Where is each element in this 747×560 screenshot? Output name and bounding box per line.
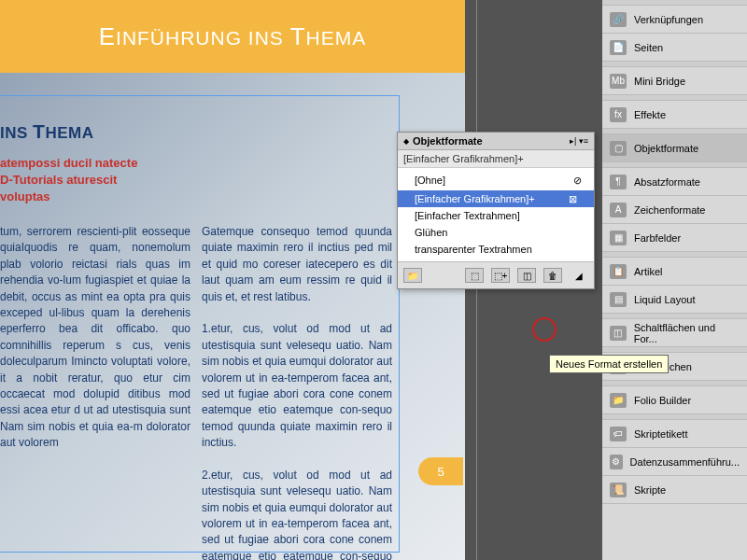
panel-label: Zeichenformate	[634, 204, 705, 216]
folder-icon[interactable]: 📁	[403, 268, 422, 283]
none-icon: ⊘	[573, 175, 586, 188]
intro-red-text: atempossi ducil natecteD-Tutorials ature…	[0, 155, 137, 206]
sidebar-item-farbfelder[interactable]: ▦Farbfelder	[602, 224, 747, 252]
sidebar-item-verknpfungen[interactable]: 🔗Verknüpfungen	[602, 6, 747, 34]
sidebar-item-zeichenformate[interactable]: AZeichenformate	[602, 196, 747, 224]
sidebar-item-skripte[interactable]: 📜Skripte	[602, 476, 747, 504]
page-header: EINFÜHRUNG INS THEMA	[0, 0, 465, 73]
panel-icon: 🔗	[610, 12, 627, 27]
style-item[interactable]: [Ohne]⊘	[398, 172, 594, 190]
sidebar-item-effekte[interactable]: fxEffekte	[602, 101, 747, 129]
style-item[interactable]: [Einfacher Textrahmen]	[398, 207, 594, 224]
sidebar-item-schaltflchenundfor[interactable]: ◫Schaltflächen und For...	[602, 319, 747, 347]
panel-icon: A	[610, 203, 627, 217]
sidebar-item-datenzusammenfhru[interactable]: ⚙Datenzusammenführu...	[602, 448, 747, 476]
panel-label: Artikel	[634, 266, 663, 277]
panel-label: Skriptetikett	[634, 428, 687, 440]
style-item[interactable]: Glühen	[398, 224, 594, 241]
panel-icon: 📜	[610, 483, 627, 497]
panels-sidebar: 🔗Verknüpfungen📄SeitenMbMini BridgefxEffe…	[602, 0, 747, 560]
delete-icon[interactable]: 🗑	[543, 268, 562, 283]
panel-label: Schaltflächen und For...	[634, 322, 740, 344]
sidebar-item-foliobuilder[interactable]: 📁Folio Builder	[602, 386, 747, 414]
panel-icon: ▦	[610, 231, 627, 245]
section-title: INS THEMA	[0, 120, 93, 143]
panel-icon: 🏷	[610, 427, 627, 441]
sidebar-item-liquidlayout[interactable]: ▤Liquid Layout	[602, 286, 747, 314]
panel-label: Objektformate	[634, 143, 698, 154]
break-link-icon[interactable]: ⬚+	[491, 268, 510, 283]
style-item[interactable]: transparenter Textrahmen	[398, 241, 594, 258]
panel-icon: ▢	[610, 141, 627, 156]
panel-label: Absatzformate	[634, 176, 700, 188]
sidebar-item-minibridge[interactable]: MbMini Bridge	[602, 67, 747, 95]
sidebar-item-artikel[interactable]: 📋Artikel	[602, 258, 747, 286]
panel-icon: fx	[610, 107, 627, 122]
new-style-icon[interactable]: ◫	[517, 268, 536, 283]
resize-icon[interactable]: ◢	[570, 268, 588, 283]
panel-icon: ¶	[610, 175, 627, 189]
panel-footer: 📁 ⬚ ⬚+ ◫ 🗑 ◢	[398, 261, 594, 288]
sidebar-item-objektformate[interactable]: ▢Objektformate	[602, 134, 747, 162]
sidebar-item-absatzformate[interactable]: ¶Absatzformate	[602, 168, 747, 196]
panel-label: Effekte	[634, 109, 666, 120]
body-columns: tum, serrorem rescienti-plit eosseque qu…	[0, 224, 392, 560]
panel-label: Folio Builder	[634, 395, 691, 406]
panel-label: Mini Bridge	[634, 76, 685, 87]
clear-override-icon[interactable]: ⬚	[465, 268, 484, 283]
tooltip: Neues Format erstellen	[549, 355, 669, 373]
panel-label: Farbfelder	[634, 232, 681, 244]
panel-icon: ◫	[610, 326, 627, 341]
panel-label: Liquid Layout	[634, 294, 695, 305]
column-2: Gatemque consequo temod quunda quiate ma…	[202, 224, 392, 560]
applied-style: [Einfacher Grafikrahmen]+	[398, 150, 594, 168]
sidebar-item-skriptetikett[interactable]: 🏷Skriptetikett	[602, 420, 747, 448]
panel-label: Verknüpfungen	[634, 14, 703, 25]
sidebar-item-seiten[interactable]: 📄Seiten	[602, 34, 747, 62]
panel-label: Skripte	[634, 484, 666, 496]
document-canvas[interactable]: EINFÜHRUNG INS THEMA INS THEMA atempossi…	[0, 0, 465, 560]
frame-icon: ⊠	[569, 193, 577, 205]
collapse-icon[interactable]: ◆	[403, 137, 409, 146]
panel-icon: ⚙	[610, 455, 623, 469]
panel-icon: ▤	[610, 292, 627, 307]
panel-menu-icon[interactable]: ▸| ▾≡	[570, 136, 588, 146]
panel-icon: 📁	[610, 393, 627, 408]
panel-header[interactable]: ◆ Objektformate ▸| ▾≡	[398, 133, 594, 150]
panel-icon: 📄	[610, 40, 627, 55]
style-list: [Ohne]⊘[Einfacher Grafikrahmen]+⊠[Einfac…	[398, 168, 594, 261]
panel-label: Datenzusammenführu...	[630, 456, 740, 468]
column-1: tum, serrorem rescienti-plit eosseque qu…	[0, 224, 190, 560]
panel-icon: Mb	[610, 74, 627, 89]
style-item[interactable]: [Einfacher Grafikrahmen]+⊠	[398, 190, 594, 207]
object-styles-panel[interactable]: ◆ Objektformate ▸| ▾≡ [Einfacher Grafikr…	[397, 132, 595, 289]
panel-icon: 📋	[610, 264, 627, 279]
panel-label: Seiten	[634, 42, 663, 53]
page-number-badge: 5	[418, 457, 463, 485]
panel-title: Objektformate	[413, 135, 483, 147]
